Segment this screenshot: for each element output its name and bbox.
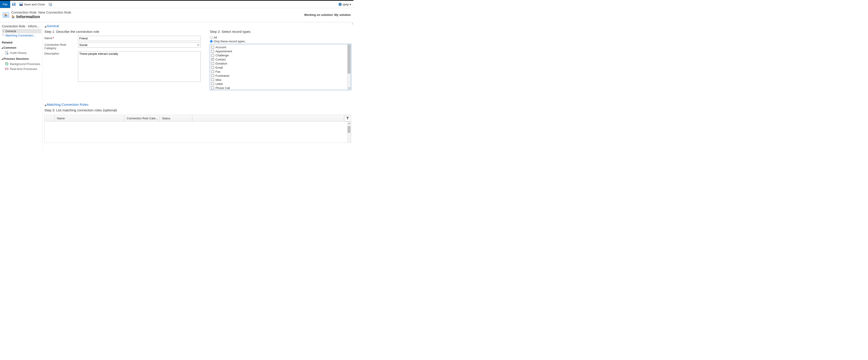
radio-all-label: All xyxy=(214,36,217,39)
nav-item-general[interactable]: General xyxy=(2,29,41,33)
svg-rect-20 xyxy=(6,53,7,53)
checkbox-icon[interactable] xyxy=(211,62,214,65)
svg-rect-5 xyxy=(20,3,22,4)
svg-rect-14 xyxy=(5,15,7,16)
save-close-icon xyxy=(19,2,23,6)
grid-header-spacer xyxy=(192,115,344,121)
record-type-label: Phone Call xyxy=(215,86,230,90)
nav-title: Connection Role : Inform... xyxy=(1,24,41,29)
page-title: Information xyxy=(16,14,40,19)
step3-title: Step 3: List matching connection roles (… xyxy=(44,108,351,112)
record-type-item[interactable]: Letter xyxy=(211,82,350,86)
audit-history-icon xyxy=(5,51,9,55)
nav-audit-history[interactable]: Audit History xyxy=(1,50,41,55)
svg-rect-2 xyxy=(13,4,15,6)
record-type-item[interactable]: Position xyxy=(211,90,350,90)
checkbox-icon[interactable] xyxy=(211,50,214,53)
name-input[interactable] xyxy=(78,36,201,41)
file-menu-button[interactable]: File xyxy=(0,1,10,8)
grid-scroll-up-icon[interactable] xyxy=(347,122,351,125)
nav-common-header[interactable]: Common xyxy=(1,46,41,50)
nav-realtime-processes[interactable]: Real-time Processes xyxy=(1,66,41,71)
grid-header-name[interactable]: Name xyxy=(55,115,124,121)
radio-only[interactable]: Only these record types: xyxy=(210,40,351,43)
nav-tree: General Matching Connection... xyxy=(2,29,41,38)
record-scroll-thumb[interactable] xyxy=(347,44,350,74)
svg-rect-19 xyxy=(6,52,7,52)
description-label: Description xyxy=(44,51,78,55)
radio-all[interactable]: All xyxy=(210,36,351,39)
svg-point-12 xyxy=(4,14,6,15)
grid-header-category[interactable]: Connection Role Cate... xyxy=(124,115,160,121)
nav-process-header[interactable]: Process Sessions xyxy=(1,57,41,61)
checkbox-icon[interactable] xyxy=(211,70,214,73)
category-select[interactable] xyxy=(78,42,201,47)
record-type-label: Letter xyxy=(215,82,223,86)
checkbox-icon[interactable] xyxy=(211,74,214,77)
checkbox-icon[interactable] xyxy=(211,54,214,57)
nav-item-matching[interactable]: Matching Connection... xyxy=(2,33,41,38)
record-type-item[interactable]: Donation xyxy=(211,61,350,65)
chevron-down-icon[interactable] xyxy=(196,42,201,47)
general-columns: Step 1: Describe the connection role Nam… xyxy=(44,30,351,90)
checkbox-icon[interactable] xyxy=(211,78,214,81)
record-type-item[interactable]: Idea xyxy=(211,78,350,82)
grid-header: Name Connection Role Cate... Status xyxy=(44,115,351,122)
section-general-title[interactable]: General xyxy=(44,24,351,28)
radio-only-input[interactable] xyxy=(210,40,213,43)
record-type-label: Account xyxy=(215,45,226,49)
radio-all-input[interactable] xyxy=(210,36,213,39)
record-type-item[interactable]: Contact xyxy=(211,57,350,61)
grid-body[interactable] xyxy=(44,122,351,143)
checkbox-icon[interactable] xyxy=(211,87,214,89)
checkbox-icon[interactable] xyxy=(211,83,214,85)
grid-header-status[interactable]: Status xyxy=(160,115,192,121)
delete-icon xyxy=(49,2,52,6)
ribbon: File Save and Close ? Help ▾ xyxy=(0,0,353,8)
connection-role-icon xyxy=(11,15,15,19)
svg-rect-26 xyxy=(6,69,7,69)
svg-rect-3 xyxy=(14,3,14,4)
record-scroll-down-icon[interactable] xyxy=(347,86,351,90)
nav-realtime-label: Real-time Processes xyxy=(10,67,37,71)
save-and-close-label: Save and Close xyxy=(24,3,45,6)
record-scrollbar[interactable] xyxy=(347,44,351,90)
svg-text:?: ? xyxy=(339,3,341,6)
category-label: Connection Role Category xyxy=(44,42,78,50)
solution-context: Working on solution: My solution xyxy=(304,13,351,17)
nav-related-label: Related xyxy=(2,41,41,44)
record-type-item[interactable]: Appointment xyxy=(211,49,350,53)
step1-title: Step 1: Describe the connection role xyxy=(44,30,201,34)
help-icon: ? xyxy=(338,2,342,6)
record-type-item[interactable]: Challenge xyxy=(211,53,350,57)
entity-icon xyxy=(3,12,9,18)
svg-rect-21 xyxy=(6,53,7,54)
main-pane: ▴ General Step 1: Describe the connectio… xyxy=(42,22,353,150)
step2-column: Step 2: Select record types All Only the… xyxy=(210,30,351,90)
help-button[interactable]: ? Help ▾ xyxy=(336,1,353,8)
record-type-item[interactable]: Email xyxy=(211,65,350,69)
name-label: Name* xyxy=(44,36,78,40)
record-type-item[interactable]: Phone Call xyxy=(211,86,350,90)
grid-filter-button[interactable] xyxy=(344,115,351,121)
checkbox-icon[interactable] xyxy=(211,46,214,48)
description-input[interactable] xyxy=(78,51,201,82)
grid-scroll-thumb[interactable] xyxy=(347,126,350,133)
save-button[interactable] xyxy=(10,1,18,8)
grid-header-checkbox[interactable] xyxy=(44,115,55,121)
checkbox-icon[interactable] xyxy=(211,58,214,61)
nav-background-processes[interactable]: Background Processes xyxy=(1,61,41,66)
record-type-item[interactable]: Account xyxy=(211,45,350,49)
grid-scrollbar[interactable] xyxy=(347,122,351,143)
record-type-label: Appointment xyxy=(215,50,232,53)
record-type-listbox[interactable]: AccountAppointmentChallengeContactDonati… xyxy=(210,44,351,90)
svg-point-22 xyxy=(7,53,8,54)
checkbox-icon[interactable] xyxy=(211,66,214,69)
main-scroll-up-icon[interactable]: ▴ xyxy=(351,22,353,25)
delete-button[interactable] xyxy=(47,1,54,8)
save-and-close-button[interactable]: Save and Close xyxy=(18,1,47,8)
section-matching-title[interactable]: Matching Connection Roles xyxy=(44,103,351,106)
record-type-item[interactable]: Fundraiser xyxy=(211,74,350,78)
record-type-item[interactable]: Fax xyxy=(211,69,350,74)
breadcrumb: Connection Role: New Connection Role xyxy=(11,10,71,14)
